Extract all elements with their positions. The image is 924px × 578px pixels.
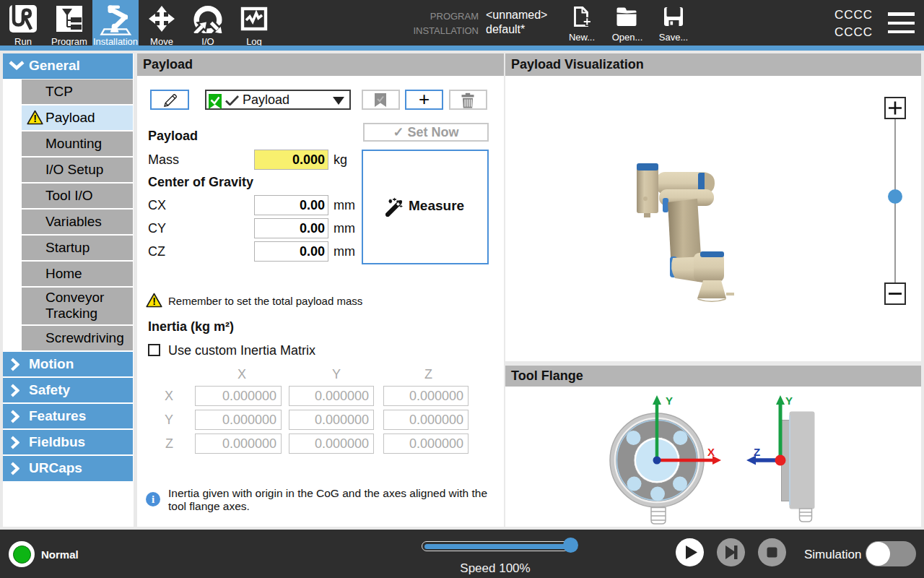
svg-text:Y: Y <box>666 394 673 407</box>
svg-text:Y: Y <box>785 394 793 407</box>
svg-text:X: X <box>707 446 715 458</box>
svg-text:Z: Z <box>754 446 760 458</box>
svg-text:!: ! <box>152 296 156 307</box>
svg-text:!: ! <box>33 113 37 124</box>
